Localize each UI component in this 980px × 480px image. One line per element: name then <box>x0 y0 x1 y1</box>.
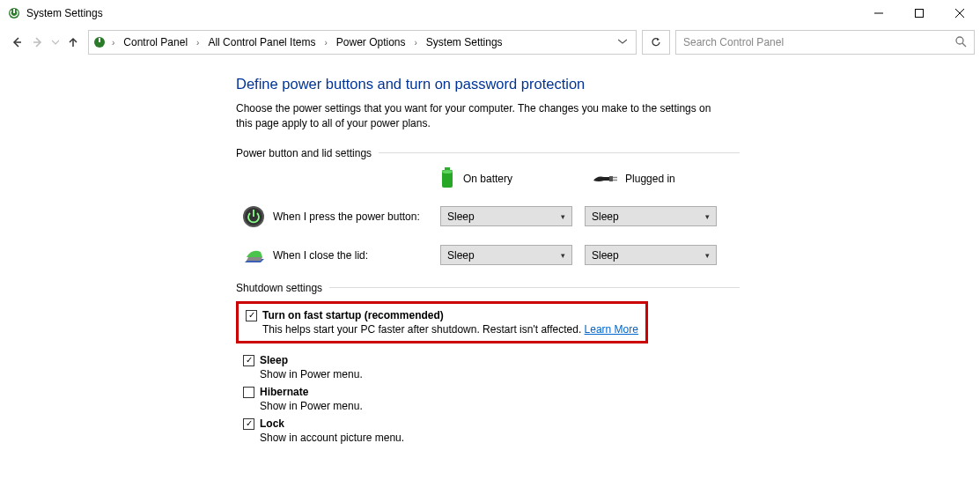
refresh-button[interactable] <box>642 30 670 55</box>
lid-battery-select[interactable]: Sleep ▾ <box>440 245 572 265</box>
checkbox-label: Hibernate <box>260 386 363 398</box>
recent-dropdown[interactable] <box>51 34 60 50</box>
up-button[interactable] <box>65 34 81 50</box>
page-subtext: Choose the power settings that you want … <box>236 101 729 131</box>
content: Define power buttons and turn on passwor… <box>0 58 740 444</box>
column-headers: On battery Plugged in <box>438 166 740 192</box>
checkbox-row-hibernate: Hibernate Show in Power menu. <box>236 386 740 412</box>
titlebar: System Settings <box>0 0 980 26</box>
forward-button[interactable] <box>30 34 46 50</box>
row-label: When I press the power button: <box>273 210 440 223</box>
divider <box>379 152 740 153</box>
chevron-down-icon: ▾ <box>561 212 565 221</box>
chevron-right-icon[interactable]: › <box>413 38 419 48</box>
lid-plugged-select[interactable]: Sleep ▾ <box>585 245 717 265</box>
svg-rect-10 <box>99 38 100 42</box>
power-button-plugged-select[interactable]: Sleep ▾ <box>585 206 717 226</box>
select-value: Sleep <box>592 210 619 223</box>
column-plugged-in: Plugged in <box>592 170 675 188</box>
select-value: Sleep <box>447 249 475 262</box>
back-button[interactable] <box>9 34 25 50</box>
svg-rect-3 <box>916 10 924 18</box>
svg-rect-13 <box>445 167 450 170</box>
navbar: › Control Panel › All Control Panel Item… <box>0 26 980 58</box>
chevron-right-icon[interactable]: › <box>195 38 201 48</box>
section-title: Shutdown settings <box>236 282 322 294</box>
checkbox-desc: Show in Power menu. <box>260 368 363 380</box>
close-button[interactable] <box>939 0 980 26</box>
breadcrumb[interactable]: All Control Panel Items <box>204 33 319 51</box>
chevron-right-icon[interactable]: › <box>322 38 328 48</box>
checkbox-desc: Show in account picture menu. <box>260 432 404 444</box>
address-dropdown[interactable] <box>613 36 632 48</box>
select-value: Sleep <box>447 210 475 223</box>
svg-rect-1 <box>13 9 15 13</box>
chevron-right-icon[interactable]: › <box>110 38 116 48</box>
breadcrumb[interactable]: Power Options <box>333 33 409 51</box>
window-controls <box>858 0 980 26</box>
column-on-battery: On battery <box>438 166 512 192</box>
divider <box>329 287 740 288</box>
window-title: System Settings <box>26 7 858 19</box>
row-close-lid: When I close the lid: Sleep ▾ Sleep ▾ <box>236 243 740 268</box>
checkbox-label: Sleep <box>260 354 363 366</box>
checkbox-desc: This helps start your PC faster after sh… <box>262 323 638 336</box>
power-button-battery-select[interactable]: Sleep ▾ <box>440 206 572 226</box>
row-label: When I close the lid: <box>273 249 440 262</box>
power-button-icon <box>241 204 266 229</box>
section-power-button-lid: Power button and lid settings <box>236 147 740 159</box>
svg-rect-15 <box>609 176 613 181</box>
svg-line-12 <box>962 43 966 47</box>
checkbox-row-sleep: ✓ Sleep Show in Power menu. <box>236 354 740 380</box>
section-title: Power button and lid settings <box>236 147 372 159</box>
plug-icon <box>592 170 618 188</box>
breadcrumb[interactable]: Control Panel <box>120 33 191 51</box>
search-icon <box>954 35 967 50</box>
power-options-icon <box>7 6 21 20</box>
checkbox-label: Turn on fast startup (recommended) <box>262 309 638 321</box>
svg-point-14 <box>442 170 453 174</box>
search-box[interactable] <box>675 30 975 55</box>
select-value: Sleep <box>592 249 619 262</box>
section-shutdown-settings: Shutdown settings <box>236 282 740 294</box>
checkbox-sleep[interactable]: ✓ <box>243 355 254 366</box>
checkbox-lock[interactable]: ✓ <box>243 418 254 430</box>
search-input[interactable] <box>683 36 954 48</box>
breadcrumb[interactable]: System Settings <box>423 33 506 51</box>
svg-point-11 <box>956 37 963 44</box>
checkbox-fast-startup[interactable]: ✓ <box>246 310 257 321</box>
column-label: On battery <box>463 173 512 185</box>
column-label: Plugged in <box>625 173 675 185</box>
highlight-fast-startup: ✓ Turn on fast startup (recommended) Thi… <box>236 301 648 343</box>
maximize-button[interactable] <box>899 0 939 26</box>
nav-arrows <box>5 34 86 50</box>
chevron-down-icon: ▾ <box>705 251 710 260</box>
learn-more-link[interactable]: Learn More <box>585 323 638 336</box>
laptop-lid-icon <box>241 243 266 268</box>
row-power-button: When I press the power button: Sleep ▾ S… <box>236 204 740 229</box>
power-options-icon <box>92 35 107 49</box>
page-heading: Define power buttons and turn on passwor… <box>236 76 740 92</box>
chevron-down-icon: ▾ <box>561 251 565 260</box>
checkbox-hibernate[interactable] <box>243 387 254 398</box>
chevron-down-icon: ▾ <box>705 212 710 221</box>
minimize-button[interactable] <box>858 0 899 26</box>
checkbox-label: Lock <box>260 417 404 430</box>
addressbar[interactable]: › Control Panel › All Control Panel Item… <box>88 30 637 55</box>
battery-icon <box>438 166 456 192</box>
checkbox-desc: Show in Power menu. <box>260 400 363 412</box>
checkbox-row-lock: ✓ Lock Show in account picture menu. <box>236 417 740 444</box>
